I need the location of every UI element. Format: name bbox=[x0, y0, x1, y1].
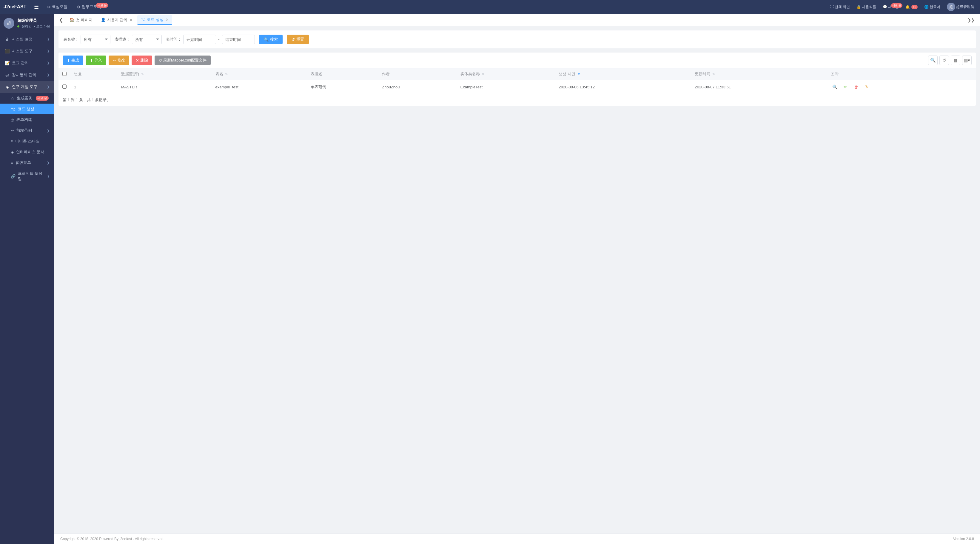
tabs-prev-btn[interactable]: ❮ bbox=[57, 16, 65, 24]
user-icon: 👤 bbox=[101, 18, 106, 22]
refresh-icon: ↺ bbox=[291, 37, 295, 42]
row-edit-btn[interactable]: ✏ bbox=[842, 83, 849, 91]
sidebar-item-interface-docs[interactable]: ◈ 인터페이스 문서 bbox=[0, 147, 54, 157]
sort-icon: ⇅ bbox=[141, 72, 144, 76]
cell-action: 🔍 ✏ 🗑 ↻ bbox=[827, 80, 976, 94]
page-footer: Copyright © 2018–2020 Powered By j2eefas… bbox=[54, 534, 980, 544]
col-no: 번호 bbox=[70, 69, 118, 80]
fullscreen-btn[interactable]: ⛶ 전체 화면 bbox=[828, 3, 852, 11]
content-area: ❮ 🏠 첫 페이지 👤 사용자 관리 ✕ ⌥ 코드 생성 ✕ ❯❯ bbox=[54, 14, 980, 544]
code-gen-icon: ⌥ bbox=[141, 17, 145, 22]
logout-link[interactable]: • 로그 아웃 bbox=[34, 24, 50, 29]
sidebar: 超 超级管理员 온라인 • 로그 아웃 🖥 시스템 설정 ❯ ⬛ 시스템 도구 bbox=[0, 14, 54, 544]
table-layout-btn[interactable]: ▦ bbox=[951, 56, 960, 65]
table-columns-btn[interactable]: ▤▾ bbox=[962, 56, 972, 65]
row-checkbox[interactable] bbox=[62, 85, 67, 89]
message-icon: 💬 bbox=[883, 5, 887, 9]
row-sync-btn[interactable]: ↻ bbox=[863, 83, 871, 91]
refresh-mapper-button[interactable]: ↺ 刷新Mapper.xml配置文件 bbox=[154, 56, 211, 65]
download-icon: ⬇ bbox=[67, 58, 70, 63]
time-start-input[interactable] bbox=[183, 35, 216, 44]
sidebar-item-project-help[interactable]: 🔗 프로젝트 도움말 ❯ bbox=[0, 168, 54, 184]
chevron-right-icon: ❯ bbox=[47, 129, 49, 132]
toolbar-right: 🔍 ↺ ▦ ▤▾ bbox=[928, 56, 972, 65]
import-button[interactable]: ⬇ 导入 bbox=[86, 56, 106, 65]
col-create-time[interactable]: 생성 시간 ▼ bbox=[555, 69, 691, 80]
table-icon: ◎ bbox=[11, 118, 14, 122]
sidebar-item-monitor[interactable]: ◎ 감시통제 관리 ❯ bbox=[0, 69, 54, 81]
link-icon: 🔗 bbox=[11, 174, 16, 179]
tabs-expand-btn[interactable]: ❯❯ bbox=[965, 16, 977, 24]
tab-close-user-mgmt[interactable]: ✕ bbox=[129, 18, 132, 22]
data-table: 번호 数据源(库) ⇅ 表名 ⇅ bbox=[59, 69, 976, 94]
sort-icon: ⇅ bbox=[712, 72, 715, 76]
home-icon: 🏠 bbox=[70, 18, 74, 22]
top-nav-right: ⛶ 전체 화면 🔒 자율식를 💬 새로운 새로 운 🔔 10 🌐 한국어 超 超… bbox=[828, 2, 977, 12]
notification-btn[interactable]: 🔔 10 bbox=[903, 3, 920, 10]
row-checkbox-cell[interactable] bbox=[59, 80, 70, 94]
search-bar: 表名称： 所有 表描述： 所有 表时间： ~ bbox=[59, 30, 976, 48]
tab-code-gen[interactable]: ⌥ 코드 생성 ✕ bbox=[137, 15, 172, 25]
menu-label: 로그 관리 bbox=[12, 60, 29, 66]
sidebar-item-table-build[interactable]: ◎ 表单构建 bbox=[0, 114, 54, 125]
time-end-input[interactable] bbox=[222, 35, 255, 44]
row-delete-btn[interactable]: 🗑 bbox=[852, 83, 860, 91]
generate-button[interactable]: ⬇ 生成 bbox=[63, 56, 83, 65]
select-all-header[interactable] bbox=[59, 69, 70, 80]
sidebar-item-log-management[interactable]: 📝 로그 관리 ❯ bbox=[0, 57, 54, 69]
tab-user-mgmt[interactable]: 👤 사용자 관리 ✕ bbox=[97, 16, 136, 24]
sidebar-item-system-settings[interactable]: 🖥 시스템 설정 ❯ bbox=[0, 33, 54, 45]
import-icon: ⬇ bbox=[90, 58, 93, 63]
nav-business-process[interactable]: ⚙ 업무프로세스 새로 운 bbox=[73, 2, 109, 11]
table-refresh-btn[interactable]: ↺ bbox=[939, 56, 949, 65]
select-all-checkbox[interactable] bbox=[62, 72, 67, 76]
delete-button[interactable]: ✕ 删除 bbox=[132, 56, 152, 65]
time-label: 表时间： bbox=[166, 37, 181, 42]
sidebar-item-code-gen[interactable]: ⌥ 코드 생성 bbox=[0, 104, 54, 114]
tabs-bar: ❮ 🏠 첫 페이지 👤 사용자 관리 ✕ ⌥ 코드 생성 ✕ ❯❯ bbox=[54, 14, 980, 26]
new-message-btn[interactable]: 💬 새로운 새로 운 bbox=[880, 3, 901, 11]
table-search-btn[interactable]: 🔍 bbox=[928, 56, 938, 65]
sidebar-item-icon-style[interactable]: # 아이콘 스타일 bbox=[0, 136, 54, 147]
cell-table-name: example_test bbox=[212, 80, 307, 94]
edit-button[interactable]: ✏ 修改 bbox=[109, 56, 129, 65]
sidebar-user-section: 超 超级管理员 온라인 • 로그 아웃 bbox=[0, 14, 54, 33]
table-toolbar: ⬇ 生成 ⬇ 导入 ✏ 修改 ✕ 删除 bbox=[59, 53, 976, 69]
search-button[interactable]: 🔍 搜索 bbox=[259, 35, 283, 44]
sidebar-item-multi-menu[interactable]: ≡ 多级菜单 ❯ bbox=[0, 157, 54, 168]
language-btn[interactable]: 🌐 한국어 bbox=[922, 3, 943, 11]
online-status-text: 온라인 bbox=[22, 24, 32, 29]
col-table-name[interactable]: 表名 ⇅ bbox=[212, 69, 307, 80]
reset-button[interactable]: ↺ 重置 bbox=[287, 35, 309, 44]
nav-core-module[interactable]: ⚙ 핵심모듈 bbox=[44, 2, 71, 11]
app-version: Version 2.0.8 bbox=[953, 537, 974, 541]
tab-close-code-gen[interactable]: ✕ bbox=[165, 18, 169, 22]
hamburger-menu-icon[interactable]: ☰ bbox=[32, 2, 41, 11]
user-profile-btn[interactable]: 超 超级管理员 bbox=[945, 2, 977, 12]
table-desc-select[interactable]: 所有 bbox=[132, 35, 162, 44]
chevron-right-icon: ❯ bbox=[47, 37, 49, 41]
cell-no: 1 bbox=[70, 80, 118, 94]
table-name-label: 表名称： bbox=[63, 37, 79, 42]
tab-home[interactable]: 🏠 첫 페이지 bbox=[66, 16, 96, 24]
table-name-select[interactable]: 所有 bbox=[81, 35, 110, 44]
table-name-field: 表名称： 所有 bbox=[63, 35, 110, 44]
sidebar-avatar: 超 bbox=[3, 18, 14, 29]
sidebar-item-frontend-example[interactable]: ✏ 前端范例 ❯ bbox=[0, 125, 54, 136]
sidebar-item-dev-tools[interactable]: ◈ 연구 개발 도구 ❯ bbox=[0, 81, 54, 93]
sidebar-item-system-tools[interactable]: ⬛ 시스템 도구 ❯ bbox=[0, 45, 54, 57]
col-entity[interactable]: 实体类名称 ⇅ bbox=[457, 69, 555, 80]
col-update-time[interactable]: 更新时间 ⇅ bbox=[691, 69, 827, 80]
lock-screen-btn[interactable]: 🔒 자율식를 bbox=[854, 3, 878, 11]
monitor-icon: 🖥 bbox=[5, 37, 10, 41]
submenu-label: 生成案例 bbox=[17, 96, 32, 101]
sidebar-item-generate-cases[interactable]: ☆ 生成案例 새로 운 bbox=[0, 93, 54, 104]
fullscreen-icon: ⛶ bbox=[830, 5, 834, 9]
cell-author: ZhouZhou bbox=[379, 80, 457, 94]
col-datasource[interactable]: 数据源(库) ⇅ bbox=[118, 69, 212, 80]
sort-icon: ⇅ bbox=[482, 72, 484, 76]
submenu-label: 코드 생성 bbox=[18, 106, 34, 112]
row-view-btn[interactable]: 🔍 bbox=[831, 83, 838, 91]
submenu-label: 前端范例 bbox=[16, 128, 32, 133]
hash-icon: # bbox=[11, 139, 13, 144]
